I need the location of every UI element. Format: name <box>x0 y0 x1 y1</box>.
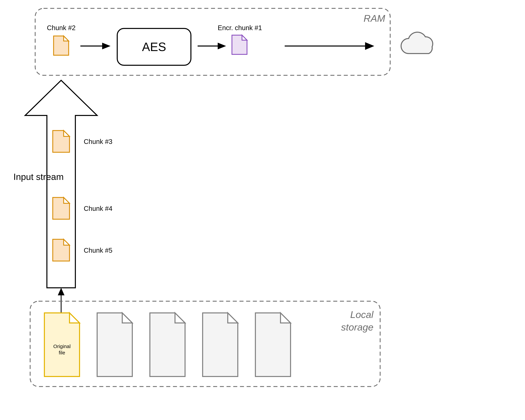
grey-file-1-icon <box>97 313 132 376</box>
svg-marker-6 <box>365 42 374 50</box>
chunk-4-file-icon <box>53 197 69 219</box>
chunk-5-file-icon <box>53 239 69 261</box>
grey-file-3-icon <box>203 313 238 376</box>
aes-box: AES <box>117 28 191 65</box>
input-stream-label: Input stream <box>13 172 64 182</box>
local-title-1: Local <box>350 309 374 320</box>
encr-chunk-1-label: Encr. chunk #1 <box>218 24 262 31</box>
svg-marker-1 <box>102 43 111 49</box>
grey-file-2-icon <box>150 313 185 376</box>
ram-title: RAM <box>364 13 385 24</box>
chunk-3-label: Chunk #3 <box>84 138 112 145</box>
chunk-2-file-icon <box>54 36 69 55</box>
local-storage-panel: Local storage Original file <box>30 301 380 386</box>
local-title-2: storage <box>341 322 374 332</box>
grey-file-4-icon <box>255 313 291 376</box>
diagram-root: RAM Chunk #2 AES Encr. chunk #1 <box>0 0 525 420</box>
chunk-2-label: Chunk #2 <box>47 24 75 31</box>
original-file-icon: Original file <box>44 313 80 376</box>
ram-border <box>35 8 390 75</box>
encr-chunk-1-file-icon <box>232 35 247 54</box>
original-file-label-1: Original <box>53 344 71 349</box>
arrow-encr-to-cloud <box>285 42 374 50</box>
cloud-icon <box>401 32 433 54</box>
svg-marker-8 <box>58 288 65 295</box>
arrow-chunk-to-aes <box>80 43 111 49</box>
original-file-label-2: file <box>59 350 65 356</box>
arrow-aes-to-encr <box>198 43 226 49</box>
ram-panel: RAM Chunk #2 AES Encr. chunk #1 <box>35 8 390 75</box>
aes-label: AES <box>142 40 166 54</box>
arrow-original-to-stream <box>58 288 65 313</box>
svg-marker-4 <box>218 43 226 49</box>
chunk-3-file-icon <box>53 130 69 152</box>
chunk-4-label: Chunk #4 <box>84 205 112 212</box>
chunk-5-label: Chunk #5 <box>84 247 112 254</box>
